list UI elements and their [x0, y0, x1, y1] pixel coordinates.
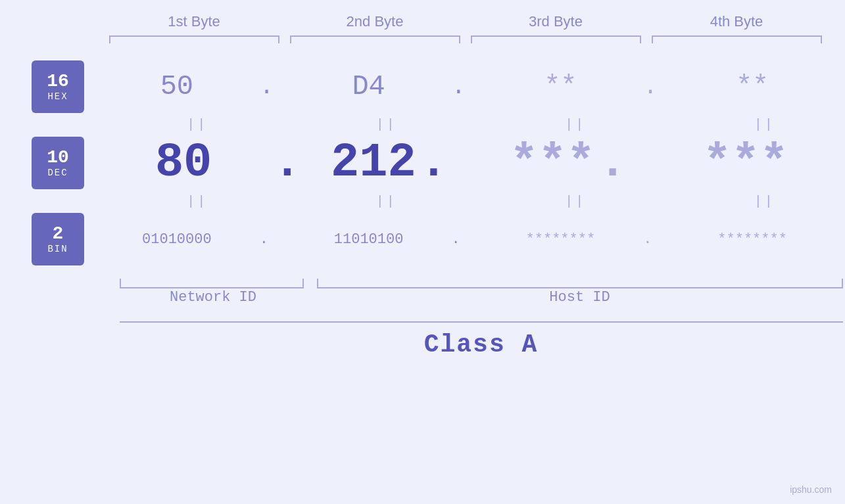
eq2-1: || — [120, 194, 276, 209]
bin-value-1: 01010000 — [142, 231, 212, 248]
network-bracket — [120, 279, 304, 288]
dec-badge: 10 DEC — [32, 137, 84, 189]
class-bracket-line — [120, 321, 843, 323]
byte-header-1: 1st Byte — [104, 13, 285, 35]
dec-bytes: 80 . 212. ***. *** — [84, 136, 845, 190]
dec-badge-num: 10 — [47, 148, 69, 168]
dec-value-2: 212 — [331, 136, 416, 190]
bracket-3 — [471, 35, 641, 43]
eq2-4: || — [687, 194, 843, 209]
dec-byte-1: 80 — [97, 136, 270, 190]
bracket-1 — [109, 35, 279, 43]
bin-dot-2: . — [448, 231, 481, 248]
bin-badge-label: BIN — [47, 244, 68, 254]
bin-badge: 2 BIN — [32, 213, 84, 265]
class-section: Class A — [120, 321, 843, 359]
dec-dot-1: . — [270, 136, 304, 190]
dec-value-1: 80 — [155, 136, 212, 190]
dec-byte-3: ***. — [484, 136, 656, 190]
byte-header-3: 3rd Byte — [466, 13, 646, 35]
hex-dot-3: . — [640, 74, 673, 101]
hex-value-3: ** — [544, 71, 577, 103]
id-section: Network ID Host ID — [120, 269, 843, 308]
hex-byte-2: D4 — [289, 71, 448, 103]
bracket-4 — [652, 35, 822, 43]
class-label: Class A — [120, 331, 843, 359]
hex-byte-3: ** — [481, 71, 640, 103]
hex-row: 16 HEX 50 . D4 . ** . ** — [0, 60, 845, 113]
dec-dot-3b: . — [595, 136, 630, 190]
header-brackets — [104, 35, 827, 47]
hex-dot-1: . — [256, 74, 289, 101]
bin-byte-1: 01010000 — [97, 231, 256, 248]
host-bracket — [317, 279, 843, 288]
dec-row: 10 DEC 80 . 212. ***. *** — [0, 136, 845, 190]
hex-badge-num: 16 — [47, 72, 69, 92]
network-id-label: Network ID — [120, 289, 307, 306]
bracket-2 — [290, 35, 460, 43]
eq1-2: || — [308, 117, 465, 132]
hex-value-4: ** — [736, 71, 769, 103]
byte-header-2: 2nd Byte — [285, 13, 466, 35]
eq1-3: || — [498, 117, 654, 132]
eq1-1: || — [120, 117, 276, 132]
bin-byte-3: ******** — [481, 231, 640, 248]
bin-value-2: 11010100 — [334, 231, 404, 248]
hex-bytes: 50 . D4 . ** . ** — [84, 71, 845, 103]
dec-byte-2: 212. — [304, 136, 477, 190]
bin-value-3: ******** — [526, 231, 596, 248]
bin-dot-1: . — [256, 231, 289, 248]
eq1-4: || — [687, 117, 843, 132]
equals-row-1: || || || || — [120, 113, 843, 136]
hex-byte-1: 50 — [97, 71, 256, 103]
host-id-label: Host ID — [317, 289, 843, 306]
dec-byte-4: *** — [660, 136, 832, 190]
hex-value-1: 50 — [160, 71, 193, 103]
header-row: 1st Byte 2nd Byte 3rd Byte 4th Byte — [104, 13, 827, 35]
eq2-2: || — [308, 194, 465, 209]
dec-value-4: *** — [703, 136, 788, 190]
hex-dot-2: . — [448, 74, 481, 101]
main-container: 1st Byte 2nd Byte 3rd Byte 4th Byte 16 H… — [0, 0, 845, 504]
bin-byte-2: 11010100 — [289, 231, 448, 248]
hex-value-2: D4 — [352, 71, 385, 103]
bin-row: 2 BIN 01010000 . 11010100 . ******** . *… — [0, 213, 845, 265]
bin-badge-num: 2 — [53, 224, 64, 244]
dec-inline-dot: . — [416, 136, 451, 190]
bin-bytes: 01010000 . 11010100 . ******** . *******… — [84, 231, 845, 248]
bin-dot-3: . — [640, 231, 673, 248]
bin-byte-4: ******** — [673, 231, 832, 248]
byte-header-4: 4th Byte — [646, 13, 827, 35]
equals-row-2: || || || || — [120, 190, 843, 213]
bin-value-4: ******** — [717, 231, 787, 248]
dec-value-3: *** — [510, 136, 595, 190]
hex-byte-4: ** — [673, 71, 832, 103]
hex-badge-label: HEX — [47, 91, 68, 102]
dec-badge-label: DEC — [47, 168, 68, 178]
eq2-3: || — [498, 194, 654, 209]
hex-badge: 16 HEX — [32, 60, 84, 113]
watermark: ipshu.com — [790, 484, 832, 495]
